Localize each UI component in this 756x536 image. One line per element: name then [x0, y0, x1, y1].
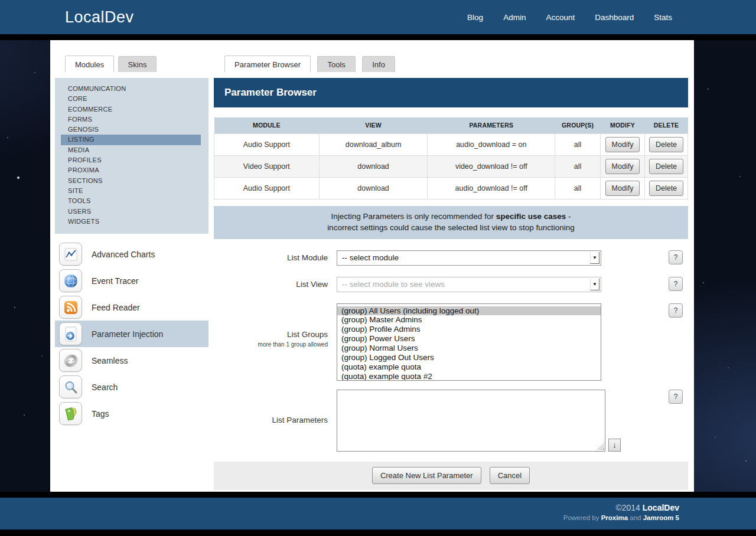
cell-module: Video Support — [214, 155, 320, 177]
page-title: Parameter Browser — [214, 78, 688, 107]
list-parameters-help-button[interactable]: ? — [669, 390, 683, 404]
tab-tools[interactable]: Tools — [317, 56, 355, 72]
module-label: Advanced Charts — [92, 250, 155, 259]
module-item-advanced-charts[interactable]: Advanced Charts — [55, 241, 208, 267]
list-view-help-button[interactable]: ? — [669, 277, 683, 291]
expand-textarea-button[interactable]: ↓ — [608, 439, 621, 452]
table-row: Audio Support download audio_download !=… — [214, 177, 688, 199]
module-label: Feed Reader — [92, 303, 140, 312]
modify-button[interactable]: Modify — [605, 137, 640, 152]
category-sections[interactable]: SECTIONS — [55, 176, 208, 186]
bottom-edge-strip — [0, 530, 756, 536]
module-item-search[interactable]: Search — [55, 374, 208, 400]
create-new-list-parameter-button[interactable]: Create New List Parameter — [372, 467, 481, 484]
module-item-event-tracer[interactable]: Event Tracer — [55, 267, 208, 294]
nav-item-account[interactable]: Account — [546, 13, 575, 22]
chart-icon — [59, 243, 82, 266]
delete-button[interactable]: Delete — [649, 159, 683, 174]
col-view: VIEW — [319, 117, 428, 133]
chevron-down-icon: ▼ — [590, 252, 599, 264]
col-parameters: PARAMETERS — [428, 117, 555, 133]
category-forms[interactable]: FORMS — [55, 115, 208, 125]
group-option[interactable]: (group) All Users (including logged out) — [337, 306, 601, 316]
group-option[interactable]: (group) Power Users — [337, 334, 601, 344]
group-option[interactable]: (group) Normal Users — [337, 344, 601, 353]
category-profiles[interactable]: PROFILES — [55, 155, 208, 165]
form-action-bar: Create New List Parameter Cancel — [214, 462, 688, 490]
col-modify: MODIFY — [601, 117, 645, 133]
category-ecommerce[interactable]: ECOMMERCE — [55, 104, 208, 115]
group-option[interactable]: (quota) example quota #2 — [337, 372, 601, 381]
footer: ©2014 LocalDev Powered by Proxima and Ja… — [0, 498, 756, 530]
divider-strip-top — [0, 34, 756, 40]
tags-icon — [59, 402, 82, 425]
cell-module: Audio Support — [214, 177, 320, 199]
ring-icon — [59, 349, 82, 372]
tab-modules[interactable]: Modules — [65, 55, 114, 72]
category-communication[interactable]: COMMUNICATION — [55, 84, 208, 94]
brand-logo: LocalDev — [65, 8, 134, 27]
list-module-select[interactable]: -- select module ▼ — [337, 250, 601, 266]
delete-button[interactable]: Delete — [649, 137, 683, 152]
cell-view: download — [319, 177, 428, 199]
nav-item-dashboard[interactable]: Dashboard — [595, 13, 634, 22]
cell-groups: all — [555, 177, 601, 199]
tab-skins[interactable]: Skins — [118, 56, 157, 72]
cell-view: download — [319, 155, 428, 177]
list-groups-multiselect: (group) All Users (including logged out)… — [337, 303, 601, 381]
table-row: Video Support download video_download !=… — [214, 155, 688, 177]
list-parameters-textarea[interactable] — [337, 390, 605, 452]
tab-parameter-browser[interactable]: Parameter Browser — [224, 55, 311, 72]
group-option[interactable]: (quota) example quota — [337, 362, 601, 372]
category-listing-selected[interactable]: LISTING — [61, 135, 201, 145]
powered-by-text: Powered by Proxima and Jamroom 5 — [0, 514, 679, 521]
divider-strip-bottom — [0, 492, 756, 498]
nav-item-stats[interactable]: Stats — [654, 13, 672, 22]
list-groups-label: List Groups — [214, 330, 328, 339]
module-label: Search — [92, 383, 118, 392]
category-users[interactable]: USERS — [55, 207, 208, 217]
category-tools[interactable]: TOOLS — [55, 196, 208, 206]
category-core[interactable]: CORE — [55, 94, 208, 104]
injection-arrow-icon — [59, 322, 82, 345]
copyright-text: ©2014 LocalDev — [0, 503, 679, 512]
cell-groups: all — [555, 133, 601, 155]
list-module-help-button[interactable]: ? — [669, 250, 683, 264]
list-module-label: List Module — [214, 250, 328, 266]
category-genosis[interactable]: GENOSIS — [55, 125, 208, 135]
warning-notice: Injecting Parameters is only recommended… — [214, 206, 688, 239]
cell-groups: all — [555, 155, 601, 177]
col-delete: DELETE — [644, 117, 687, 133]
category-list: COMMUNICATION CORE ECOMMERCE FORMS GENOS… — [55, 78, 208, 234]
modify-button[interactable]: Modify — [605, 181, 640, 196]
module-item-tags[interactable]: Tags — [55, 400, 208, 427]
list-groups-help-button[interactable]: ? — [669, 303, 683, 318]
module-item-feed-reader[interactable]: Feed Reader — [55, 294, 208, 321]
category-widgets[interactable]: WIDGETS — [55, 217, 208, 227]
list-parameters-label: List Parameters — [214, 390, 328, 452]
cell-parameters: video_download != off — [428, 155, 555, 177]
globe-icon — [59, 269, 82, 292]
cancel-button[interactable]: Cancel — [490, 467, 530, 484]
rss-icon — [59, 296, 82, 319]
category-site[interactable]: SITE — [55, 186, 208, 196]
list-view-select[interactable]: -- select module to see views ▼ — [337, 277, 601, 292]
list-view-label: List View — [214, 277, 328, 292]
category-media[interactable]: MEDIA — [55, 145, 208, 155]
list-groups-sublabel: more than 1 group allowed — [214, 341, 328, 348]
module-item-seamless[interactable]: Seamless — [55, 347, 208, 374]
module-item-parameter-injection[interactable]: Parameter Injection — [55, 321, 208, 347]
group-option[interactable]: (group) Profile Admins — [337, 325, 601, 334]
delete-button[interactable]: Delete — [649, 181, 683, 196]
group-option[interactable]: (group) Master Admins — [337, 315, 601, 325]
nav-item-admin[interactable]: Admin — [503, 13, 526, 22]
tab-info[interactable]: Info — [362, 56, 395, 72]
parameter-table: MODULE VIEW PARAMETERS GROUP(S) MODIFY D… — [214, 117, 688, 200]
category-proxima[interactable]: PROXIMA — [55, 165, 208, 175]
module-label: Seamless — [92, 356, 128, 365]
group-option[interactable]: (group) Logged Out Users — [337, 353, 601, 362]
table-header-row: MODULE VIEW PARAMETERS GROUP(S) MODIFY D… — [214, 117, 688, 133]
module-label: Event Tracer — [92, 276, 138, 286]
nav-item-blog[interactable]: Blog — [467, 13, 483, 22]
modify-button[interactable]: Modify — [605, 159, 640, 174]
